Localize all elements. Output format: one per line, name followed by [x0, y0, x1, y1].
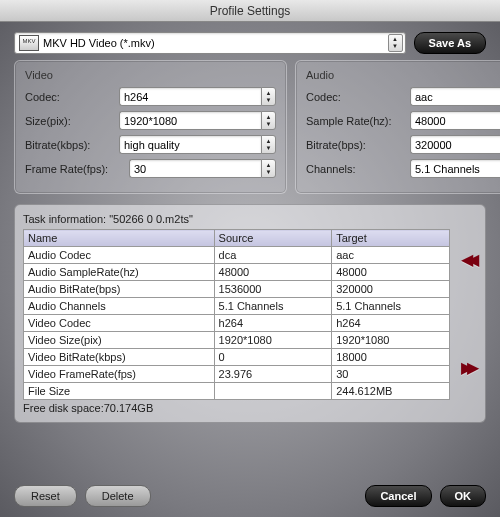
- cell-target: 1920*1080: [332, 332, 450, 349]
- cell-target: 5.1 Channels: [332, 298, 450, 315]
- table-row: Video BitRate(kbps)018000: [24, 349, 450, 366]
- cell-target: 30: [332, 366, 450, 383]
- cell-name: Audio BitRate(bps): [24, 281, 215, 298]
- ok-button[interactable]: OK: [440, 485, 487, 507]
- audio-samplerate-label: Sample Rate(hz):: [306, 115, 404, 127]
- table-row: Audio BitRate(bps)1536000320000: [24, 281, 450, 298]
- reset-button[interactable]: Reset: [14, 485, 77, 507]
- table-row: Video FrameRate(fps)23.97630: [24, 366, 450, 383]
- cell-target: 48000: [332, 264, 450, 281]
- col-source[interactable]: Source: [214, 230, 332, 247]
- profile-select-value: MKV HD Video (*.mkv): [43, 37, 388, 49]
- task-info-panel: Task information: "50266 0 0.m2ts" Name …: [14, 204, 486, 423]
- profile-select[interactable]: MKV MKV HD Video (*.mkv) ▲▼: [14, 32, 406, 54]
- audio-group: Audio Codec: ▲▼ Sample Rate(hz): ▲▼ Bitr…: [295, 60, 500, 194]
- cell-source: 48000: [214, 264, 332, 281]
- table-row: Video Size(pix)1920*10801920*1080: [24, 332, 450, 349]
- cell-name: Video FrameRate(fps): [24, 366, 215, 383]
- table-row: Video Codech264h264: [24, 315, 450, 332]
- table-row: File Size244.612MB: [24, 383, 450, 400]
- task-table: Name Source Target Audio CodecdcaaacAudi…: [23, 229, 450, 400]
- audio-bitrate-input[interactable]: [410, 135, 500, 154]
- video-bitrate-label: Bitrate(kbps):: [25, 139, 113, 151]
- task-caption: Task information: "50266 0 0.m2ts": [23, 213, 477, 225]
- col-target[interactable]: Target: [332, 230, 450, 247]
- cell-name: File Size: [24, 383, 215, 400]
- cell-name: Video BitRate(kbps): [24, 349, 215, 366]
- video-size-stepper[interactable]: ▲▼: [261, 111, 276, 130]
- prev-task-button[interactable]: ◀◀: [461, 250, 473, 269]
- video-fps-stepper[interactable]: ▲▼: [261, 159, 276, 178]
- cell-target: 320000: [332, 281, 450, 298]
- mkv-icon: MKV: [19, 35, 39, 51]
- video-size-label: Size(pix):: [25, 115, 113, 127]
- video-codec-label: Codec:: [25, 91, 113, 103]
- profile-stepper[interactable]: ▲▼: [388, 34, 403, 52]
- cancel-button[interactable]: Cancel: [365, 485, 431, 507]
- audio-codec-input[interactable]: [410, 87, 500, 106]
- cell-source: [214, 383, 332, 400]
- cell-source: dca: [214, 247, 332, 264]
- cell-source: 1920*1080: [214, 332, 332, 349]
- video-codec-input[interactable]: [119, 87, 261, 106]
- window-title: Profile Settings: [0, 0, 500, 22]
- audio-samplerate-input[interactable]: [410, 111, 500, 130]
- video-bitrate-stepper[interactable]: ▲▼: [261, 135, 276, 154]
- audio-channels-input[interactable]: [410, 159, 500, 178]
- cell-name: Audio Channels: [24, 298, 215, 315]
- audio-bitrate-label: Bitrate(bps):: [306, 139, 404, 151]
- table-row: Audio Channels5.1 Channels5.1 Channels: [24, 298, 450, 315]
- video-heading: Video: [25, 69, 276, 81]
- audio-heading: Audio: [306, 69, 500, 81]
- cell-name: Video Codec: [24, 315, 215, 332]
- cell-target: 18000: [332, 349, 450, 366]
- cell-source: 23.976: [214, 366, 332, 383]
- col-name[interactable]: Name: [24, 230, 215, 247]
- video-size-input[interactable]: [119, 111, 261, 130]
- cell-target: h264: [332, 315, 450, 332]
- delete-button[interactable]: Delete: [85, 485, 151, 507]
- cell-source: 1536000: [214, 281, 332, 298]
- video-fps-input[interactable]: [129, 159, 261, 178]
- video-bitrate-input[interactable]: [119, 135, 261, 154]
- next-task-button[interactable]: ▶▶: [461, 358, 473, 377]
- table-row: Audio Codecdcaaac: [24, 247, 450, 264]
- cell-target: 244.612MB: [332, 383, 450, 400]
- video-group: Video Codec: ▲▼ Size(pix): ▲▼ Bitrate(kb…: [14, 60, 287, 194]
- audio-codec-label: Codec:: [306, 91, 404, 103]
- cell-source: h264: [214, 315, 332, 332]
- cell-name: Audio SampleRate(hz): [24, 264, 215, 281]
- cell-name: Audio Codec: [24, 247, 215, 264]
- audio-channels-label: Channels:: [306, 163, 404, 175]
- cell-source: 0: [214, 349, 332, 366]
- video-codec-stepper[interactable]: ▲▼: [261, 87, 276, 106]
- free-disk-space: Free disk space:70.174GB: [23, 402, 450, 414]
- cell-source: 5.1 Channels: [214, 298, 332, 315]
- cell-target: aac: [332, 247, 450, 264]
- video-fps-label: Frame Rate(fps):: [25, 163, 123, 175]
- save-as-button[interactable]: Save As: [414, 32, 486, 54]
- table-row: Audio SampleRate(hz)4800048000: [24, 264, 450, 281]
- cell-name: Video Size(pix): [24, 332, 215, 349]
